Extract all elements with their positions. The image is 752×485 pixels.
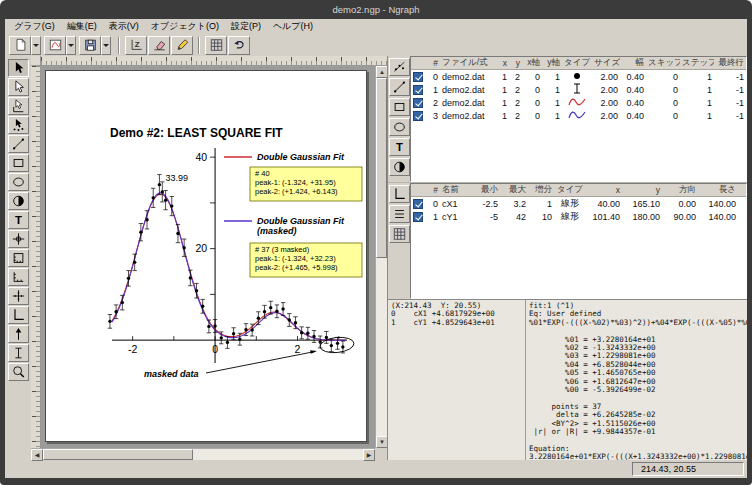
menu-item-4[interactable]: 設定(P) (225, 19, 267, 34)
zoom-tool[interactable] (8, 363, 29, 381)
grid-button[interactable] (205, 36, 227, 55)
axis-select-cursor-icon (11, 99, 26, 113)
axis-scale-button[interactable]: Z (125, 36, 147, 55)
ellipse-list-icon[interactable] (389, 118, 410, 136)
draw-button[interactable] (171, 36, 193, 55)
legend-label-masked-fit: Double Gaussian Fit (257, 216, 345, 226)
axis-table-header-1: 名前 (440, 184, 470, 196)
vertical-scroll-thumb[interactable] (376, 78, 387, 258)
save-icon (83, 38, 98, 52)
file-pane-toolbar: T (388, 56, 410, 182)
ellipse-icon (11, 175, 26, 189)
file-table-row-0-checkbox[interactable] (413, 72, 423, 82)
vertical-scrollbar[interactable]: ▲ ▼ (375, 66, 387, 448)
merge-list-icon[interactable] (389, 205, 410, 223)
axis-table-row-0[interactable]: 0cX1-2.53.21線形40.00165.100.00140.00 (411, 197, 746, 210)
data-point (306, 332, 309, 335)
rect-tool[interactable] (8, 154, 29, 172)
axis-list-icon[interactable] (389, 185, 410, 203)
new-graph-button-dropdown[interactable] (31, 36, 41, 55)
pointer-coordinates: 214.43, 20.55 (632, 462, 744, 476)
file-table-row-2-checkbox[interactable] (413, 98, 423, 108)
axis-table-cell-1-3: 42 (500, 212, 528, 222)
graph-canvas[interactable]: Demo #2: LEAST SQUARE FIT-202204033.99Do… (46, 71, 368, 443)
arrow-tool[interactable] (8, 325, 29, 343)
data-point (176, 232, 179, 235)
file-table-cell-0-9: 0 (646, 72, 680, 82)
axis-table-cell-1-9: 140.00 (698, 212, 738, 222)
tool-palette: T (5, 56, 31, 460)
file-table-header-10: ステップ (680, 57, 714, 69)
ellipse-tool[interactable] (8, 173, 29, 191)
horizontal-scrollbar[interactable]: ◀ ▶ (31, 448, 375, 460)
file-table-row-3-checkbox[interactable] (413, 111, 423, 121)
new-graph-button[interactable] (9, 36, 31, 55)
x-tick-label: -2 (128, 343, 137, 355)
fit-note-line: peak-2: (+1.424, +6.143) (255, 187, 338, 196)
graph-page[interactable]: Demo #2: LEAST SQUARE FIT-202204033.99Do… (45, 70, 367, 442)
axis-table: #名前最小最大増分タイプxy方向長さ0cX1-2.53.21線形40.00165… (410, 183, 747, 299)
axis-table-row-0-checkbox[interactable] (413, 199, 423, 209)
window-titlebar[interactable]: demo2.ngp - Ngraph (0, 0, 752, 19)
scrollbar-corner (375, 448, 387, 460)
axis-table-row-1[interactable]: 1cY1-54210線形101.40180.0090.00140.00 (411, 210, 746, 223)
errorbar-tool-icon (11, 346, 26, 360)
fit-note-line: peak-1: (-1.324, +31.95) (255, 178, 336, 187)
axis-table-cell-0-2: -2.5 (470, 199, 500, 209)
data-point (189, 276, 192, 279)
data-draw-icon[interactable] (389, 58, 410, 76)
axis-table-row-1-checkbox[interactable] (413, 212, 423, 222)
file-table-row-1-checkbox[interactable] (413, 85, 423, 95)
file-table-row-1[interactable]: 1demo2.dat12012.000.4001-1 (411, 83, 746, 96)
select-tool[interactable] (8, 59, 29, 77)
data-point (145, 218, 148, 221)
load-graph-button-dropdown[interactable] (66, 36, 76, 55)
axis-select-tool[interactable] (8, 97, 29, 115)
horizontal-scroll-thumb[interactable] (43, 449, 193, 460)
menu-item-0[interactable]: グラフ(G) (8, 19, 61, 34)
file-table-row-3[interactable]: 3demo2.dat12012.000.4001-1 (411, 109, 746, 122)
section-axis-tool[interactable] (8, 268, 29, 286)
rect-list-icon[interactable] (389, 98, 410, 116)
errorbar-tool[interactable] (8, 344, 29, 362)
text-tool[interactable]: T (8, 211, 29, 229)
data-select-tool[interactable] (8, 116, 29, 134)
menu-item-5[interactable]: ヘルプ(H) (267, 19, 319, 34)
menu-item-1[interactable]: 編集(E) (61, 19, 103, 34)
file-table-row-0[interactable]: 0demo2.dat12012.000.4001-1 (411, 70, 746, 83)
file-table-row-2[interactable]: 2demo2.dat12012.000.4001-1 (411, 96, 746, 109)
line-icon (392, 80, 407, 94)
undo-icon (232, 38, 247, 52)
save-graph-button[interactable] (79, 36, 101, 55)
horizontal-scroll-track[interactable] (43, 449, 363, 460)
load-graph-button[interactable] (44, 36, 66, 55)
clear-button[interactable] (148, 36, 170, 55)
vertical-scroll-track[interactable] (376, 78, 387, 436)
file-list-pane: T #ファイル/式xyx軸y軸タイプサイズ幅スキップステップ最終行デー0demo… (388, 56, 747, 182)
main-area: T Demo #2: LEAST SQUARE FIT-202204033.99… (5, 56, 747, 460)
menu-item-3[interactable]: オブジェクト(O) (145, 19, 225, 34)
arc-tool[interactable] (8, 192, 29, 210)
menu-item-2[interactable]: 表示(V) (103, 19, 145, 34)
pencil-icon (175, 38, 190, 52)
undo-button[interactable] (228, 36, 250, 55)
axis-table-cell-0-9: 140.00 (698, 199, 738, 209)
text-list-icon[interactable]: T (389, 138, 410, 156)
save-graph-button-dropdown[interactable] (101, 36, 111, 55)
legend-label-masked-fit: (masked) (257, 226, 297, 236)
canvas-viewport[interactable]: Demo #2: LEAST SQUARE FIT-202204033.99Do… (41, 66, 375, 448)
masked-data-ellipse (319, 336, 354, 354)
arc-list-icon[interactable] (389, 158, 410, 176)
single-axis-tool[interactable] (8, 306, 29, 324)
legend-select-tool[interactable] (8, 78, 29, 96)
file-table-cell-1-9: 0 (646, 85, 680, 95)
data-point (288, 318, 291, 321)
svg-text:T: T (15, 214, 22, 226)
data-point (201, 305, 204, 308)
line-tool[interactable] (8, 135, 29, 153)
coordinate-grid-icon[interactable] (389, 225, 410, 243)
frame-axis-tool[interactable] (8, 249, 29, 267)
cross-axis-tool[interactable] (8, 287, 29, 305)
line-list-icon[interactable] (389, 78, 410, 96)
mark-tool[interactable] (8, 230, 29, 248)
